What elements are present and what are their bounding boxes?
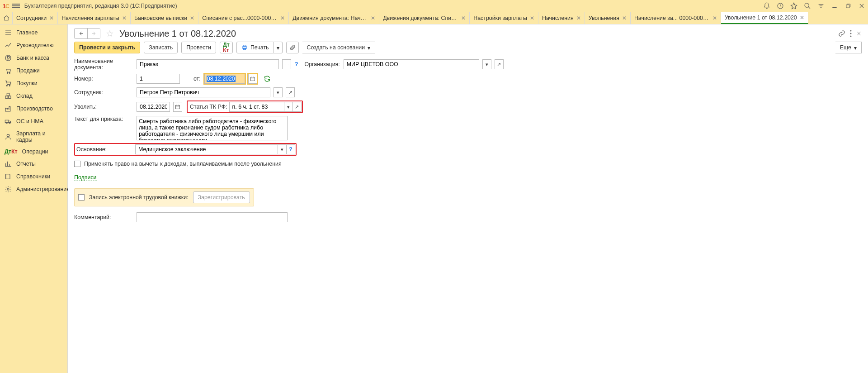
restore-icon[interactable]	[844, 2, 852, 10]
favorite-star-icon[interactable]: ☆	[106, 28, 114, 39]
link-icon[interactable]	[838, 30, 845, 37]
article-open[interactable]: ↗	[292, 102, 302, 112]
label-doc-name: Наименование документа:	[74, 58, 133, 71]
date-field[interactable]: 08.12.2020	[204, 74, 245, 84]
attach-button[interactable]	[286, 42, 299, 53]
employee-open[interactable]: ↗	[286, 87, 295, 97]
tab[interactable]: Начисления✕	[538, 12, 585, 24]
tab-label: Движения документа: Начи...	[292, 15, 368, 21]
sidebar-item[interactable]: Покупки	[0, 77, 67, 90]
close-icon[interactable]: ✕	[371, 15, 375, 21]
write-button[interactable]: Записать	[144, 42, 178, 53]
number-field[interactable]	[137, 74, 180, 84]
tab[interactable]: Банковские выписки✕	[131, 12, 198, 24]
minimize-icon[interactable]	[831, 2, 838, 10]
basket-icon	[5, 80, 12, 87]
close-window-icon[interactable]	[858, 2, 865, 10]
comment-field[interactable]	[137, 212, 288, 222]
basis-field[interactable]	[135, 144, 278, 154]
post-close-button[interactable]: Провести и закрыть	[74, 42, 140, 53]
tab[interactable]: Движения документа: Спис...✕	[379, 12, 470, 24]
org-dropdown[interactable]: ▾	[482, 59, 491, 69]
employee-dropdown[interactable]: ▾	[274, 87, 283, 97]
sidebar-item[interactable]: Отчеты	[0, 158, 67, 170]
dtkt-button[interactable]: ДтКт	[220, 42, 233, 53]
fire-date-calendar[interactable]	[173, 102, 182, 112]
hamburger-icon[interactable]	[12, 4, 20, 8]
more-menu-icon[interactable]	[850, 30, 852, 37]
chart-icon	[5, 42, 12, 49]
order-text-field[interactable]	[137, 116, 288, 140]
app-title: Бухгалтерия предприятия, редакция 3.0 (1…	[24, 3, 763, 9]
filter-icon[interactable]	[817, 2, 825, 10]
help-name[interactable]: ?	[295, 61, 298, 67]
deductions-checkbox[interactable]	[74, 161, 80, 167]
date-calendar[interactable]	[248, 74, 257, 84]
sidebar-item[interactable]: Склад	[0, 90, 67, 102]
sidebar-item[interactable]: Главное	[0, 26, 67, 39]
document-content: ☆ Увольнение 1 от 08.12.2020 Провести и …	[68, 24, 868, 373]
sidebar-item-label: Склад	[16, 93, 33, 99]
basis-help[interactable]: ?	[286, 144, 295, 154]
doc-name-select[interactable]: ⋯	[282, 59, 291, 69]
more-button[interactable]: Еще ▾	[835, 42, 862, 53]
basis-dropdown[interactable]: ▾	[278, 144, 287, 154]
history-icon[interactable]	[777, 2, 784, 10]
employee-field[interactable]	[137, 87, 270, 97]
post-button[interactable]: Провести	[181, 42, 216, 53]
nav-back-button[interactable]	[75, 29, 87, 38]
article-group: Статья ТК РФ: ▾ ↗	[187, 100, 303, 113]
sidebar-item[interactable]: Продажи	[0, 64, 67, 77]
tab[interactable]: Настройки зарплаты✕	[470, 12, 538, 24]
tab-label: Начисления зарплаты	[61, 15, 119, 21]
close-icon[interactable]: ✕	[190, 15, 194, 21]
tab[interactable]: Увольнения✕	[585, 12, 631, 24]
sidebar-item[interactable]: Администрирование	[0, 183, 67, 196]
bell-icon[interactable]	[763, 2, 770, 10]
nav-forward-button[interactable]	[87, 29, 100, 38]
close-icon[interactable]: ✕	[712, 15, 717, 21]
sidebar-item[interactable]: Зарплата и кадры	[0, 128, 67, 146]
sidebar-item-label: Справочники	[16, 173, 50, 180]
close-icon[interactable]: ✕	[622, 15, 627, 21]
sidebar-item[interactable]: ДтКтОперации	[0, 146, 67, 158]
org-field[interactable]	[344, 59, 479, 69]
refresh-icon[interactable]	[264, 75, 271, 82]
tab[interactable]: Начисление за... 0000-000001✕	[631, 12, 721, 24]
close-icon[interactable]: ✕	[122, 15, 127, 21]
cart-icon	[5, 67, 12, 74]
close-icon[interactable]: ✕	[576, 15, 581, 21]
sidebar-item[interactable]: Руководителю	[0, 39, 67, 52]
svg-rect-9	[5, 96, 8, 98]
etk-checkbox[interactable]	[78, 194, 85, 201]
create-based-button[interactable]: Создать на основании ▾	[302, 42, 376, 53]
tab[interactable]: Начисления зарплаты✕	[58, 12, 131, 24]
sidebar-item[interactable]: Производство	[0, 102, 67, 115]
home-tab[interactable]	[0, 12, 13, 24]
doc-name-field[interactable]	[137, 59, 279, 69]
close-icon[interactable]: ✕	[800, 15, 804, 20]
register-button[interactable]: Зарегистрировать	[193, 191, 250, 203]
close-icon[interactable]: ✕	[49, 15, 54, 21]
signers-link[interactable]: Подписи	[74, 174, 97, 181]
close-icon[interactable]: ✕	[280, 15, 285, 21]
sidebar-item[interactable]: Банк и касса	[0, 52, 67, 64]
org-open[interactable]: ↗	[495, 59, 504, 69]
close-icon[interactable]: ✕	[461, 15, 466, 21]
tab[interactable]: Сотрудники✕	[13, 12, 58, 24]
tab[interactable]: Увольнение 1 от 08.12.2020✕	[721, 12, 808, 24]
article-dropdown[interactable]: ▾	[284, 102, 293, 112]
label-date: от:	[193, 76, 201, 82]
sidebar-item[interactable]: Справочники	[0, 170, 67, 183]
tab[interactable]: Списание с рас...0000-000013✕	[198, 12, 289, 24]
search-icon[interactable]	[804, 2, 811, 10]
print-button[interactable]: Печать	[236, 42, 274, 53]
sidebar-item[interactable]: ОС и НМА	[0, 115, 67, 128]
close-icon[interactable]: ✕	[530, 15, 534, 21]
tab[interactable]: Движения документа: Начи...✕	[289, 12, 379, 24]
article-field[interactable]	[229, 102, 284, 112]
print-dropdown[interactable]: ▾	[274, 42, 283, 53]
fire-date-field[interactable]	[137, 102, 170, 112]
star-icon[interactable]	[790, 2, 797, 10]
close-doc-icon[interactable]	[856, 31, 862, 36]
